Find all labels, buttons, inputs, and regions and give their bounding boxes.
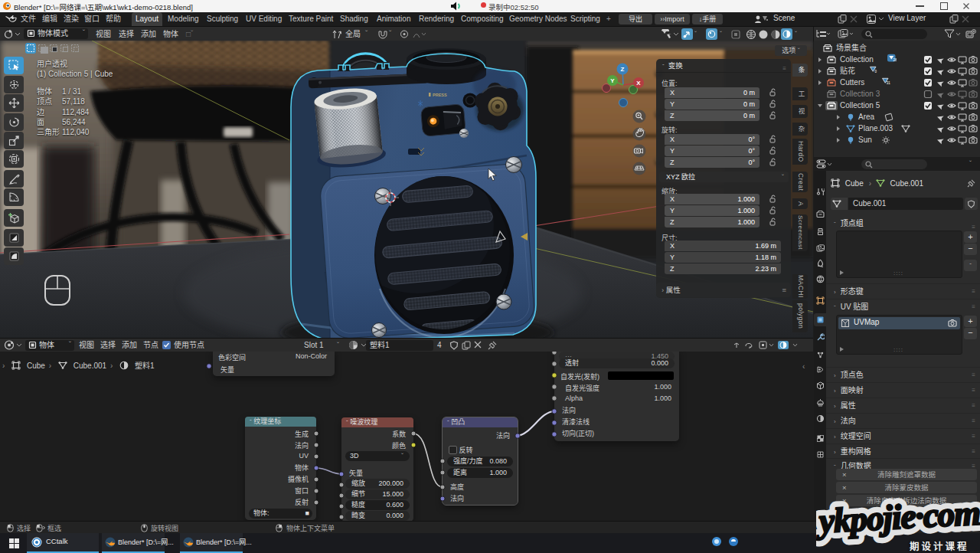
svg-text:Y: Y <box>610 77 615 84</box>
svg-text:X: X <box>636 80 641 87</box>
svg-text:ykpojie·com: ykpojie·com <box>816 493 980 540</box>
svg-text:Z: Z <box>621 66 625 73</box>
svg-text:0: 0 <box>875 70 877 74</box>
svg-text:31: 31 <box>887 81 890 85</box>
svg-text:PRESS: PRESS <box>433 93 447 97</box>
svg-text:28: 28 <box>893 58 897 62</box>
